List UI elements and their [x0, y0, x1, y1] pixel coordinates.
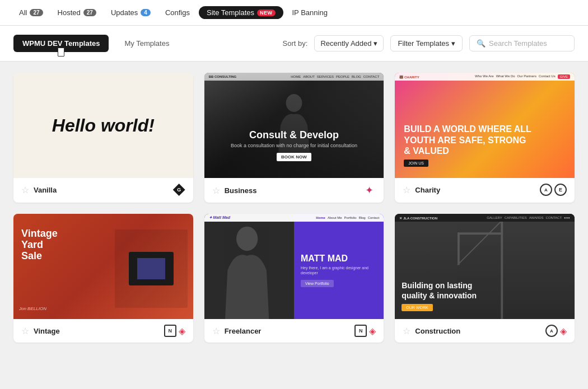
template-thumb-charity[interactable]: 🐻 CHARITY Who We AreWhat We DoOur Partne…	[395, 73, 575, 178]
template-thumb-vanilla[interactable]: Hello world!	[13, 73, 193, 178]
search-icon: 🔍	[477, 39, 486, 48]
charity-cta-btn: JOIN US	[404, 160, 428, 167]
svg-rect-2	[501, 222, 503, 319]
star-charity[interactable]: ☆	[403, 185, 410, 195]
nav-item-hosted[interactable]: Hosted 27	[52, 6, 102, 19]
layers-icon-freelancer: ◈	[369, 326, 376, 336]
template-card-freelancer: ✦ Matt Mad HomeAbout MePortfolioBlogCont…	[204, 214, 384, 343]
avada-icon: A	[540, 184, 552, 196]
construction-nav-logo: ✕ JLA CONSTRUCTION	[399, 216, 437, 220]
template-thumb-construction[interactable]: ✕ JLA CONSTRUCTION GALLERYCAPABILITIESAW…	[395, 214, 575, 319]
template-thumb-freelancer[interactable]: ✦ Matt Mad HomeAbout MePortfolioBlogCont…	[204, 214, 384, 319]
construction-cta: OUR WORK	[402, 304, 432, 311]
template-name-freelancer: Freelancer	[225, 327, 351, 335]
nav-label-ip-banning: IP Banning	[292, 8, 328, 17]
charity-nav: 🐻 CHARITY Who We AreWhat We DoOur Partne…	[395, 73, 575, 81]
template-card-vintage: Oblique HomeAboutNewsContact VintageYard…	[13, 214, 193, 343]
construction-nav-links: GALLERYCAPABILITIESAWARDSCONTACT ●●●	[487, 216, 570, 219]
nav-badge-new: NEW	[257, 10, 276, 16]
charity-nav-links: Who We AreWhat We DoOur PartnersContact …	[475, 74, 570, 79]
nav-label-updates: Updates	[111, 8, 138, 17]
svg-point-1	[236, 227, 258, 251]
template-icons-construction: A ◈	[545, 325, 567, 337]
filter-templates-button[interactable]: Filter Templates ▾	[390, 35, 463, 51]
top-navigation: All 27 Hosted 27 Updates 4 Configs Site …	[0, 0, 588, 26]
template-info-freelancer: ☆ Freelancer N ◈	[204, 319, 384, 343]
nav-label-all: All	[19, 8, 27, 17]
nav-item-updates[interactable]: Updates 4	[105, 6, 156, 19]
nav-item-site-templates[interactable]: Site Templates NEW	[199, 6, 283, 19]
search-input[interactable]	[489, 39, 567, 48]
freelancer-nav: ✦ Matt Mad HomeAbout MePortfolioBlogCont…	[204, 214, 384, 222]
vanilla-preview-text: Hello world!	[52, 115, 155, 136]
template-name-business: Business	[225, 186, 358, 195]
templates-grid: Hello world! ☆ Vanilla G BB CONSULTING H…	[0, 62, 588, 354]
svg-rect-4	[458, 232, 460, 265]
notion-icon-freelancer: N	[354, 325, 367, 337]
nav-badge-updates: 4	[141, 9, 151, 16]
construction-content: Building on lastingquality & innovation …	[402, 280, 477, 311]
freelancer-nav-links: HomeAbout MePortfolioBlogContact	[316, 216, 379, 219]
nav-item-ip-banning[interactable]: IP Banning	[287, 6, 333, 19]
freelancer-nav-logo: ✦ Matt Mad	[209, 215, 230, 220]
template-info-construction: ☆ Construction A ◈	[395, 319, 575, 343]
template-icons-vanilla: G	[173, 184, 185, 196]
layers-icon-construction: ◈	[560, 326, 567, 336]
freelancer-person	[204, 222, 290, 319]
search-box[interactable]: 🔍	[469, 35, 575, 51]
vintage-title: VintageYardSale	[21, 228, 58, 261]
template-card-business: BB CONSULTING HOMEABOUTSERVICESPEOPLEBLO…	[204, 73, 384, 203]
construction-nav: ✕ JLA CONSTRUCTION GALLERYCAPABILITIESAW…	[395, 214, 575, 222]
vintage-screen	[137, 258, 165, 279]
charity-nav-logo: 🐻 CHARITY	[399, 75, 419, 79]
freelancer-name-text: MATT MAD	[301, 254, 377, 264]
star-freelancer[interactable]: ☆	[212, 326, 220, 336]
vintage-author: Jon BELLION	[19, 306, 46, 311]
template-thumb-vintage[interactable]: Oblique HomeAboutNewsContact VintageYard…	[13, 214, 193, 319]
template-icons-charity: A E	[540, 184, 567, 196]
svg-rect-3	[458, 232, 503, 235]
hummingbird-icon: ✦	[362, 184, 376, 197]
template-name-vintage: Vintage	[34, 327, 160, 335]
chevron-down-icon: ▾	[451, 39, 455, 48]
chevron-down-icon: ▾	[374, 39, 377, 48]
business-title: Consult & Develop	[204, 129, 384, 141]
business-cta-btn: BOOK NOW	[277, 153, 311, 161]
template-info-business: ☆ Business ✦	[204, 178, 384, 203]
nav-label-hosted: Hosted	[58, 8, 81, 17]
template-thumb-business[interactable]: BB CONSULTING HOMEABOUTSERVICESPEOPLEBLO…	[204, 73, 384, 178]
vintage-tv-area	[115, 229, 188, 308]
business-overlay	[204, 73, 384, 178]
star-vanilla[interactable]: ☆	[21, 185, 29, 195]
freelancer-desc: Hey there, I am a graphic designer and d…	[301, 265, 377, 275]
nav-item-configs[interactable]: Configs	[160, 6, 195, 19]
filter-label: Filter Templates	[398, 39, 449, 48]
freelancer-left-panel	[204, 222, 294, 319]
template-name-charity: Charity	[415, 186, 535, 194]
nav-badge-hosted: 27	[83, 9, 96, 16]
charity-content: BUILD A WORLD WHERE ALLYOUTH ARE SAFE, S…	[404, 124, 531, 167]
template-info-charity: ☆ Charity A E	[395, 178, 575, 201]
nav-item-all[interactable]: All 27	[13, 6, 49, 19]
template-info-vanilla: ☆ Vanilla G	[13, 178, 193, 201]
star-vintage[interactable]: ☆	[21, 326, 29, 336]
star-construction[interactable]: ☆	[403, 326, 410, 336]
gutenberg-icon: G	[173, 184, 185, 196]
layers-icon-vintage: ◈	[179, 326, 185, 336]
charity-title: BUILD A WORLD WHERE ALLYOUTH ARE SAFE, S…	[404, 124, 531, 156]
template-info-vintage: ☆ Vintage N ◈	[13, 319, 193, 343]
elementor-icon: E	[554, 184, 567, 196]
templates-toolbar: WPMU DEV Templates My Templates Sort by:…	[0, 26, 588, 62]
star-business[interactable]: ☆	[212, 185, 220, 196]
svg-line-5	[458, 222, 501, 265]
vintage-tv	[129, 252, 174, 285]
notion-icon-vintage: N	[164, 325, 176, 337]
sort-dropdown[interactable]: Recently Added ▾	[314, 35, 384, 51]
nav-label-site-templates: Site Templates	[207, 8, 254, 17]
freelancer-cta: View Portfolio	[301, 280, 334, 287]
construction-bg: Building on lastingquality & innovation …	[395, 222, 575, 319]
tab-my-templates[interactable]: My Templates	[115, 35, 178, 52]
nav-badge-all: 27	[30, 9, 43, 16]
template-icons-business: ✦	[362, 184, 376, 197]
tab-wpmu-dev-templates[interactable]: WPMU DEV Templates	[13, 35, 109, 52]
